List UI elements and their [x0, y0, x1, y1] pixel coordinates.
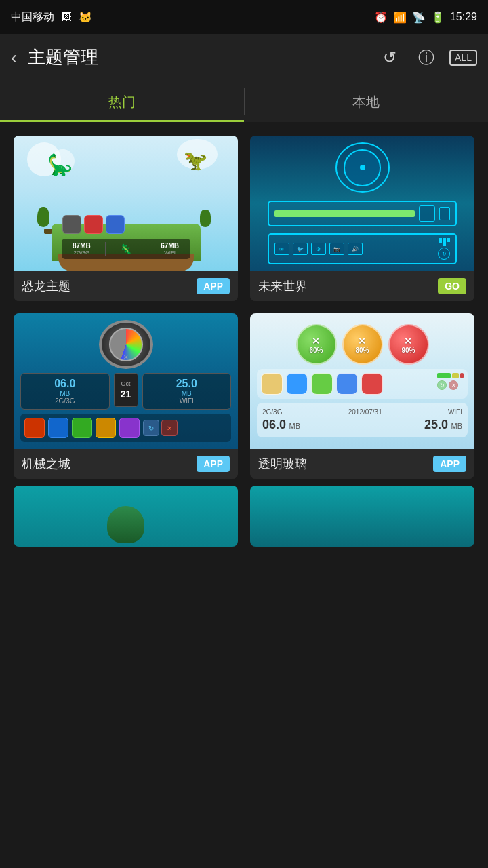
theme-footer-dino: 恐龙主题 APP: [14, 271, 238, 301]
all-button[interactable]: ALL: [449, 50, 477, 66]
refresh-button[interactable]: ↺: [376, 44, 403, 71]
theme-badge-future[interactable]: GO: [438, 278, 466, 294]
theme-footer-mech: 机械之城 APP: [14, 449, 238, 479]
carrier-label: 中国移动: [11, 10, 54, 24]
theme-image-glass: ✕ 60% ✕ 80% ✕ 90%: [250, 313, 474, 449]
theme-name-future: 未来世界: [258, 278, 307, 294]
theme-card-partial-1[interactable]: [14, 486, 238, 547]
theme-card-future[interactable]: ✉ 🐦 ⚙ 📷 🔊 ↻ 未来世界 GO: [250, 136, 474, 301]
wifi-icon: 📶: [393, 11, 407, 24]
chat-icon: 🐱: [79, 11, 92, 24]
title-bar: ‹ 主题管理 ↺ ⓘ ALL: [0, 34, 488, 81]
theme-badge-glass[interactable]: APP: [433, 456, 466, 472]
media-icon: 🖼: [61, 11, 72, 23]
signal-icon: 📡: [412, 11, 426, 24]
theme-grid: 🦕 🦖 87MB2G/3G 🦎 67MBWIFI 恐龙主题 APP: [0, 122, 488, 486]
theme-card-mech[interactable]: ✕ 06.0 MB 2G/3G Oct 21 25.0 MB: [14, 313, 238, 479]
theme-footer-glass: 透明玻璃 APP: [250, 449, 474, 479]
time-label: 15:29: [450, 11, 477, 23]
theme-card-dino[interactable]: 🦕 🦖 87MB2G/3G 🦎 67MBWIFI 恐龙主题 APP: [14, 136, 238, 301]
theme-card-partial-2[interactable]: [250, 486, 474, 547]
tab-local[interactable]: 本地: [245, 81, 489, 122]
battery-icon: 🔋: [431, 11, 445, 24]
page-title: 主题管理: [28, 45, 376, 69]
theme-footer-future: 未来世界 GO: [250, 271, 474, 301]
theme-name-dino: 恐龙主题: [22, 278, 70, 294]
theme-grid-bottom: [0, 486, 488, 560]
info-button[interactable]: ⓘ: [413, 44, 440, 71]
theme-image-dino: 🦕 🦖 87MB2G/3G 🦎 67MBWIFI: [14, 136, 238, 271]
status-bar: 中国移动 🖼 🐱 ⏰ 📶 📡 🔋 15:29: [0, 0, 488, 34]
theme-card-glass[interactable]: ✕ 60% ✕ 80% ✕ 90%: [250, 313, 474, 479]
theme-image-future: ✉ 🐦 ⚙ 📷 🔊 ↻: [250, 136, 474, 271]
tab-hot[interactable]: 热门: [0, 81, 244, 122]
mech-gauge: ✕: [99, 320, 153, 369]
tabs: 热门 本地: [0, 81, 488, 122]
theme-badge-dino[interactable]: APP: [197, 278, 230, 294]
glass-stats: 2G/3G 2012/07/31 WIFI 06.0 MB 25.0 MB: [257, 403, 468, 437]
theme-name-glass: 透明玻璃: [258, 456, 307, 472]
alarm-icon: ⏰: [374, 11, 388, 24]
back-button[interactable]: ‹: [11, 47, 17, 68]
theme-image-mech: ✕ 06.0 MB 2G/3G Oct 21 25.0 MB: [14, 313, 238, 449]
theme-badge-mech[interactable]: APP: [197, 456, 230, 472]
theme-name-mech: 机械之城: [22, 456, 70, 472]
